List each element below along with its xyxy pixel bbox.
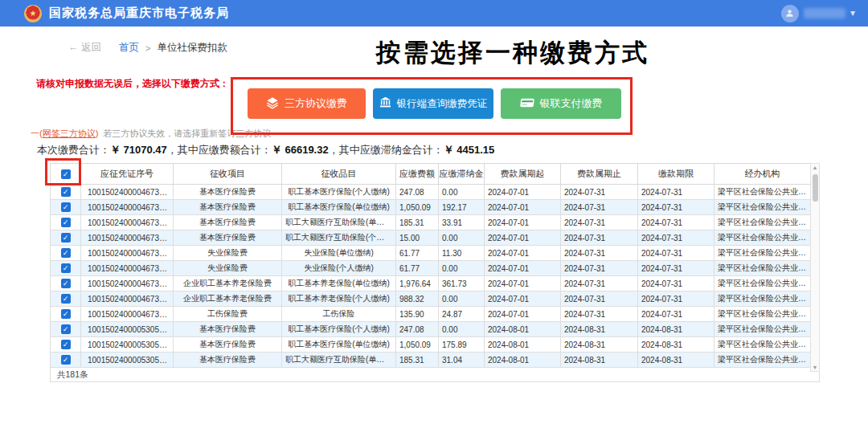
sign-tripartite-agreement-link[interactable]: 网签三方协议 — [43, 128, 96, 138]
cell-late-fee: 361.73 — [439, 276, 485, 291]
cell-period-to: 2024-07-31 — [561, 215, 638, 230]
cell-late-fee: 0.00 — [439, 230, 485, 246]
chevron-down-icon[interactable]: ▾ — [850, 0, 855, 26]
summary-separator: ， — [329, 144, 339, 156]
payment-table: 应征凭证序号 征收项目 征收品目 应缴费额 应缴滞纳金 费款属期起 费款属期止 … — [50, 163, 811, 368]
cell-org: 梁平区社会保险公共业务办（职... — [714, 276, 811, 291]
cell-period-from: 2024-07-01 — [485, 246, 561, 261]
agreement-note-suffix: ) — [96, 128, 99, 138]
select-all-checkbox[interactable] — [61, 169, 71, 179]
table-row[interactable]: 10015024000046736128 基本医疗保险费 职工基本医疗保险(个人… — [51, 185, 811, 200]
scroll-up-icon[interactable]: ▲ — [811, 165, 819, 170]
col-header-amount: 应缴费额 — [396, 164, 439, 185]
cell-org: 梁平区社会保险公共业务办（医... — [714, 337, 811, 353]
cell-amount: 1,050.09 — [396, 200, 439, 215]
cell-period-from: 2024-08-01 — [485, 322, 561, 337]
row-checkbox[interactable] — [61, 309, 71, 319]
row-checkbox[interactable] — [61, 355, 71, 365]
agreement-note-prefix: 一( — [31, 128, 43, 138]
bank-query-voucher-button[interactable]: 银行端查询缴费凭证 — [373, 88, 493, 119]
cell-sub: 职工大额医疗互助保险(单位缴纳) — [282, 215, 396, 230]
cell-period-from: 2024-07-01 — [485, 307, 561, 322]
cell-deadline: 2024-07-31 — [638, 246, 714, 261]
cell-late-fee: 0.00 — [439, 185, 485, 200]
agreement-note-text: 若三方协议失效，请选择重新签订三方协议 — [103, 128, 271, 138]
cell-amount: 247.08 — [396, 185, 439, 200]
row-checkbox[interactable] — [61, 263, 71, 273]
cell-amount: 247.08 — [396, 322, 439, 337]
table-scrollbar[interactable]: ▲ ▼ — [810, 163, 820, 372]
unionpay-card-icon — [520, 97, 534, 111]
cell-item: 基本医疗保险费 — [174, 322, 282, 337]
cell-late-fee: 11.30 — [439, 246, 485, 261]
tax-bureau-emblem-icon: ★ — [24, 5, 42, 22]
row-checkbox[interactable] — [61, 248, 71, 258]
table-row[interactable]: 10015024000046736128 企业职工基本养老保险费 职工基本养老保… — [51, 276, 811, 291]
late-fee-total-value: ￥ 4451.15 — [444, 144, 495, 156]
cell-period-to: 2024-07-31 — [561, 185, 638, 200]
cell-period-from: 2024-07-01 — [485, 291, 561, 307]
table-record-count: 共181条 — [50, 368, 820, 382]
row-checkbox[interactable] — [61, 202, 71, 212]
cell-period-from: 2024-07-01 — [485, 200, 561, 215]
user-avatar-icon[interactable] — [781, 5, 799, 22]
scrollbar-thumb[interactable] — [813, 174, 818, 202]
cell-item: 基本医疗保险费 — [174, 337, 282, 353]
back-button[interactable]: ← 返回 — [68, 41, 101, 55]
cell-deadline: 2024-07-31 — [638, 185, 714, 200]
cell-item: 基本医疗保险费 — [174, 200, 282, 215]
cell-period-to: 2024-07-31 — [561, 291, 638, 307]
payment-table-region: 应征凭证序号 征收项目 征收品目 应缴费额 应缴滞纳金 费款属期起 费款属期止 … — [50, 163, 820, 382]
table-row[interactable]: 10015024000046736128 失业保险费 失业保险(个人缴纳) 61… — [51, 261, 811, 276]
row-checkbox[interactable] — [61, 279, 71, 288]
table-row[interactable]: 10015024000046736128 工伤保险费 工伤保险 135.90 2… — [51, 307, 811, 322]
row-checkbox[interactable] — [61, 187, 71, 197]
breadcrumb-separator: > — [145, 43, 150, 53]
table-row[interactable]: 10015024000053055470 基本医疗保险费 职工基本医疗保险(单位… — [51, 337, 811, 353]
row-checkbox[interactable] — [61, 294, 71, 304]
cell-deadline: 2024-07-31 — [638, 291, 714, 307]
cell-deadline: 2024-07-31 — [638, 200, 714, 215]
cell-org: 梁平区社会保险公共业务办（医... — [714, 322, 811, 337]
cell-sub: 职工基本医疗保险(个人缴纳) — [282, 322, 396, 337]
cell-org: 梁平区社会保险公共业务办（职... — [714, 246, 811, 261]
unionpay-pay-button[interactable]: 银联支付缴费 — [501, 88, 621, 119]
breadcrumb-current: 单位社保费扣款 — [157, 41, 227, 55]
table-row[interactable]: 10015024000046736128 企业职工基本养老保险费 职工基本养老保… — [51, 291, 811, 307]
cell-seq: 10015024000046736128 — [81, 307, 174, 322]
cell-sub: 职工基本医疗保险(单位缴纳) — [282, 200, 396, 215]
cell-period-to: 2024-07-31 — [561, 276, 638, 291]
cell-deadline: 2024-07-31 — [638, 307, 714, 322]
row-checkbox[interactable] — [61, 324, 71, 334]
cell-item: 企业职工基本养老保险费 — [174, 276, 282, 291]
table-row[interactable]: 10015024000046736128 失业保险费 失业保险(单位缴纳) 61… — [51, 246, 811, 261]
cell-seq: 10015024000046736128 — [81, 276, 174, 291]
row-checkbox[interactable] — [61, 218, 71, 227]
cell-period-to: 2024-07-31 — [561, 200, 638, 215]
row-checkbox[interactable] — [61, 233, 71, 243]
cell-sub: 职工基本养老保险(单位缴纳) — [282, 276, 396, 291]
row-checkbox[interactable] — [61, 340, 71, 349]
table-row[interactable]: 10015024000046736128 基本医疗保险费 职工大额医疗互助保险(… — [51, 230, 811, 246]
cell-seq: 10015024000046736128 — [81, 246, 174, 261]
app-header: ★ 国家税务总局重庆市电子税务局 ▾ — [0, 0, 868, 26]
bank-icon — [379, 96, 391, 111]
breadcrumb-home-link[interactable]: 首页 — [119, 41, 139, 55]
scroll-down-icon[interactable]: ▼ — [811, 365, 819, 370]
fee-total-value: ￥ 66619.32 — [272, 144, 329, 156]
table-row[interactable]: 10015024000046736128 基本医疗保险费 职工大额医疗互助保险(… — [51, 215, 811, 230]
cell-amount: 988.32 — [396, 291, 439, 307]
cell-deadline: 2024-08-31 — [638, 337, 714, 353]
tripartite-agreement-pay-button[interactable]: 三方协议缴费 — [248, 88, 366, 119]
cell-late-fee: 31.04 — [439, 353, 485, 368]
cell-item: 基本医疗保险费 — [174, 230, 282, 246]
table-header-row: 应征凭证序号 征收项目 征收品目 应缴费额 应缴滞纳金 费款属期起 费款属期止 … — [51, 164, 811, 185]
cell-deadline: 2024-07-31 — [638, 261, 714, 276]
table-row[interactable]: 10015024000053055470 基本医疗保险费 职工基本医疗保险(个人… — [51, 322, 811, 337]
table-row[interactable]: 10015024000046736128 基本医疗保险费 职工基本医疗保险(单位… — [51, 200, 811, 215]
table-row[interactable]: 10015024000053055470 基本医疗保险费 职工大额医疗互助保险(… — [51, 353, 811, 368]
user-menu[interactable]: ▾ — [781, 0, 855, 26]
back-arrow-icon: ← — [68, 42, 79, 53]
app-title: 国家税务总局重庆市电子税务局 — [49, 6, 229, 21]
cell-period-from: 2024-07-01 — [485, 185, 561, 200]
